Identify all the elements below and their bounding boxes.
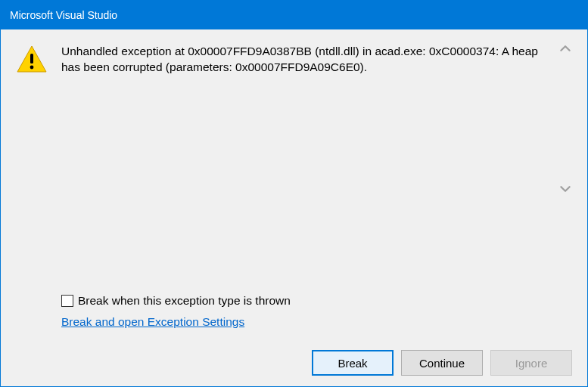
scroll-down-icon[interactable] [560,184,571,194]
open-exception-settings-link[interactable]: Break and open Exception Settings [61,315,244,328]
dialog-window: Microsoft Visual Studio Unhandled except… [0,0,588,387]
message-column: Unhandled exception at 0x00007FFD9A0387B… [61,43,572,291]
exception-message: Unhandled exception at 0x00007FFD9A0387B… [61,43,554,76]
break-on-exception-checkbox[interactable]: Break when this exception type is thrown [61,294,572,308]
svg-rect-1 [30,54,33,63]
break-button[interactable]: Break [312,350,394,376]
scroll-up-icon[interactable] [560,43,571,54]
message-scrollbar[interactable] [558,43,572,194]
titlebar[interactable]: Microsoft Visual Studio [1,1,587,29]
checkbox-label: Break when this exception type is thrown [78,294,291,308]
checkbox-icon[interactable] [61,295,73,307]
window-title: Microsoft Visual Studio [10,9,117,21]
continue-button[interactable]: Continue [401,350,483,376]
icon-column [16,43,48,291]
button-bar: Break Continue Ignore [16,347,572,376]
warning-icon [16,45,48,73]
ignore-button: Ignore [490,350,572,376]
options-area: Break when this exception type is thrown… [16,291,572,347]
client-area: Unhandled exception at 0x00007FFD9A0387B… [1,29,587,386]
svg-point-2 [30,66,34,70]
message-area: Unhandled exception at 0x00007FFD9A0387B… [16,43,572,291]
